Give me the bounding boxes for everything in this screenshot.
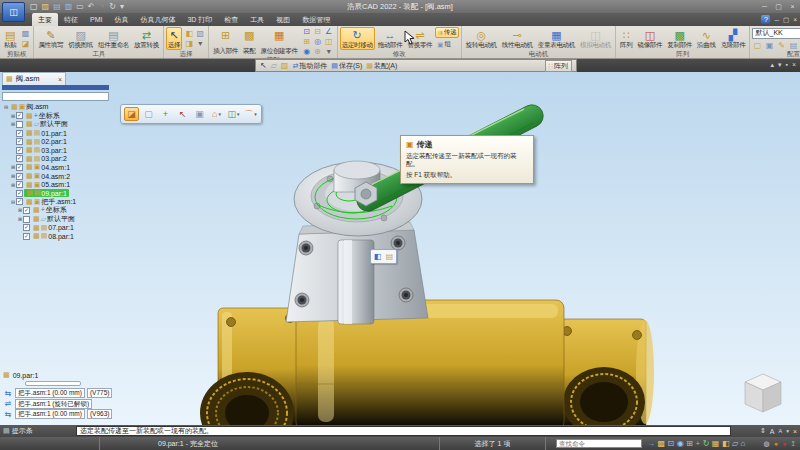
view-styles-icon[interactable]: ◧	[722, 439, 730, 449]
rename-component-button[interactable]: ▤组件重命名	[96, 27, 131, 50]
visibility-checkbox[interactable]: ✓	[16, 147, 23, 154]
assemble-button[interactable]: ▩装配	[241, 27, 257, 56]
hide-component-button[interactable]: ▢	[141, 107, 156, 121]
visibility-checkbox[interactable]	[23, 216, 30, 223]
save-as-icon[interactable]: ▥	[65, 1, 73, 12]
clone-component-button[interactable]: ▞克隆部件	[719, 27, 748, 50]
pattern-button[interactable]: ∷阵列	[618, 27, 634, 50]
format-painter-icon[interactable]: ◪	[20, 39, 30, 48]
paste-button[interactable]: ▤粘贴	[2, 27, 18, 50]
select-button[interactable]: ↖选择	[166, 27, 182, 50]
graphics-viewport[interactable]: ◪▢+↖▣⌂▾◫▾⌒▾ ◧▤ ▩ 阀.asm × ⊟▩▣阀.asm⊞✓▩+坐标系…	[0, 72, 800, 425]
along-curve-button[interactable]: ∿沿曲线	[695, 27, 718, 50]
relations-splitter-handle[interactable]	[25, 381, 81, 386]
undo-icon[interactable]: ↶	[88, 1, 95, 12]
relation-row[interactable]: ⇆把手.asm:1 (0.00 mm)(V775)	[3, 388, 112, 399]
prompt-pin-icon[interactable]: ▾	[786, 428, 789, 434]
new-file-icon[interactable]: ▢	[30, 1, 38, 12]
ribbon-tab-5[interactable]: 仿真几何体	[134, 13, 181, 26]
panel-close-icon[interactable]: ×	[792, 61, 796, 69]
visibility-checkbox[interactable]: ✓	[23, 233, 30, 240]
font-increase-icon[interactable]: A	[770, 428, 775, 435]
tree-row-08.par:1[interactable]: ✓▩▤08.par:1	[1, 232, 78, 241]
print-icon[interactable]: ▭	[76, 1, 84, 12]
more-relations-icon[interactable]: ▾	[324, 47, 334, 56]
ribbon-tab-9[interactable]: 视图	[270, 13, 296, 26]
zoom-icon[interactable]: ◉	[677, 439, 684, 449]
close-button[interactable]: ×	[788, 2, 797, 11]
sketch-display-icon[interactable]: ▱	[732, 439, 738, 449]
group-button[interactable]: ▣组	[435, 39, 458, 50]
upload-icon[interactable]: ↥	[790, 440, 796, 448]
mate-relation-icon[interactable]: ⊡	[302, 27, 312, 36]
gear-relation-icon[interactable]: ◉	[302, 47, 312, 56]
record-dot-icon[interactable]: ●	[782, 440, 786, 447]
rotate-view-icon[interactable]: ↻	[703, 439, 710, 449]
tree-row-01.par:1[interactable]: ✓▩▤01.par:1	[1, 129, 78, 138]
strip-drag-component[interactable]: ⇄拖动部件	[292, 61, 327, 71]
doc-close-button[interactable]: ×	[793, 16, 797, 23]
tree-row-默认平面[interactable]: ⊞▩▱默认平面	[1, 215, 78, 224]
flyout-options-button[interactable]: ▤	[384, 251, 395, 262]
ribbon-tab-3[interactable]: PMI	[84, 13, 108, 26]
create-in-place-button[interactable]: ▦原位创建零件	[258, 27, 299, 56]
linear-motor-button[interactable]: ⊸线性电动机	[500, 27, 535, 50]
visibility-checkbox[interactable]: ✓	[16, 130, 23, 137]
qat-dropdown-icon[interactable]: ▾	[120, 1, 124, 12]
visibility-checkbox[interactable]: ✓	[16, 198, 23, 205]
ribbon-tab-4[interactable]: 仿真	[108, 13, 134, 26]
cam-relation-icon[interactable]: ◫	[324, 37, 334, 46]
ribbon-tab-8[interactable]: 工具	[244, 13, 270, 26]
show-all-button[interactable]: +	[158, 107, 173, 121]
move-on-select-button[interactable]: ↻选定时移动	[340, 27, 375, 50]
visibility-checkbox[interactable]: ✓	[16, 173, 23, 180]
restore-button[interactable]: ▢	[774, 2, 783, 11]
switch-sheet-button[interactable]: ▨切换图纸	[66, 27, 95, 50]
select-visible-button[interactable]: ↖	[175, 107, 190, 121]
ribbon-tab-6[interactable]: 3D 打印	[181, 13, 218, 26]
ribbon-tab-2[interactable]: 特征	[58, 13, 84, 26]
ribbon-tab-10[interactable]: 数据管理	[296, 13, 336, 26]
visibility-checkbox[interactable]: ✓	[23, 207, 30, 214]
config-edit-icon[interactable]: ✎	[776, 41, 786, 50]
panel-down-icon[interactable]: ▾	[778, 61, 782, 69]
rotary-motor-button[interactable]: ◎旋转电动机	[464, 27, 499, 50]
variable-table-motor-button[interactable]: ▦变量表电动机	[536, 27, 577, 50]
relation-row[interactable]: ⇌把手.asm:1 (旋转已解锁)	[3, 399, 112, 410]
strip-select-icon[interactable]: ↖	[260, 61, 267, 71]
refresh-icon[interactable]: ↻	[109, 1, 116, 12]
config-new-icon[interactable]: ▢	[752, 41, 762, 50]
select-filter-icon[interactable]: ◨	[184, 39, 194, 48]
tree-row-04.asm:2[interactable]: ⊞✓▩▣04.asm:2	[1, 172, 78, 181]
ribbon-tab-7[interactable]: 检查	[218, 13, 244, 26]
tree-row-03.par:2[interactable]: ✓▩▤03.par:2	[1, 155, 78, 164]
redo-icon[interactable]: ↷	[99, 1, 106, 12]
display-settings-icon[interactable]: ◍	[764, 440, 770, 448]
flyout-lock-button[interactable]: ◧	[372, 251, 383, 262]
configuration-dropdown[interactable]: 默认_KK▾	[752, 28, 800, 39]
application-menu-button[interactable]: ◫	[2, 2, 25, 22]
duplicate-component-button[interactable]: ▩复制部件	[665, 27, 694, 50]
pathfinder-tab-close-icon[interactable]: ×	[58, 76, 62, 83]
tree-row-07.par:1[interactable]: ✓▩▤07.par:1	[1, 223, 78, 232]
center-plane-icon[interactable]: ⊕	[313, 47, 323, 56]
open-file-icon[interactable]: ▨	[42, 1, 50, 12]
visibility-checkbox[interactable]	[16, 121, 23, 128]
visibility-checkbox[interactable]: ✓	[16, 181, 23, 188]
pathfinder-tab[interactable]: ▩ 阀.asm ×	[2, 72, 66, 85]
tree-row-04.asm:1[interactable]: ⊞✓▩▣04.asm:1	[1, 163, 78, 172]
strip-assemble[interactable]: ▩装配(A)	[366, 61, 397, 71]
run-command-icon[interactable]: →	[647, 439, 655, 449]
angle-relation-icon[interactable]: ∠	[324, 27, 334, 36]
copy-icon[interactable]: ▩	[20, 29, 30, 38]
pathfinder-header-bar[interactable]	[2, 85, 109, 90]
panel-dock-icon[interactable]: ▪	[785, 61, 787, 69]
doc-minimize-button[interactable]: ─	[774, 16, 779, 23]
visibility-checkbox[interactable]: ✓	[23, 224, 30, 231]
mirror-component-button[interactable]: ◫镜像部件	[635, 27, 664, 50]
ribbon-tab-1[interactable]: 主要	[32, 13, 58, 26]
strip-pattern-tab[interactable]: ∷阵列	[545, 60, 572, 72]
drag-component-button[interactable]: ↔拖动部件	[376, 27, 405, 50]
axial-align-icon[interactable]: ⊞	[302, 37, 312, 46]
font-decrease-icon[interactable]: A	[778, 428, 782, 434]
